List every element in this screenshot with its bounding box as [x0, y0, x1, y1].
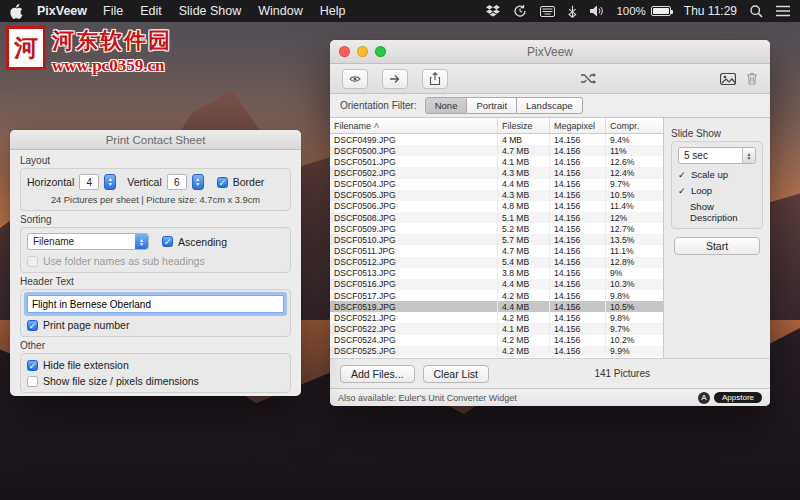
cell-filesize: 4.1 MB — [498, 323, 550, 334]
dropdown-arrows-icon: ▲▼ — [135, 234, 148, 249]
table-row[interactable]: DSCF0522.JPG4.1 MB14.1569.7% — [330, 323, 663, 334]
toolbar-right-group — [720, 69, 758, 89]
battery-status[interactable]: 100% — [616, 5, 670, 17]
table-row[interactable]: DSCF0519.JPG4.4 MB14.15610.5% — [330, 301, 663, 312]
slideshow-option-show-description[interactable]: Show Description — [678, 201, 756, 223]
cell-compression: 11.4% — [606, 201, 663, 212]
cell-megapixel: 14.156 — [550, 312, 606, 323]
cell-filesize: 5.4 MB — [498, 257, 550, 268]
option-label: Show Description — [690, 201, 756, 223]
start-slideshow-button[interactable]: Start — [674, 237, 760, 255]
filter-option-landscape[interactable]: Landscape — [517, 97, 582, 114]
slideshow-option-scale-up[interactable]: Scale up — [678, 169, 756, 180]
sort-ascending-icon: ᐱ — [374, 122, 379, 130]
cell-filesize: 4.4 MB — [498, 301, 550, 312]
table-row[interactable]: DSCF0524.JPG4.2 MB14.15610.2% — [330, 335, 663, 346]
window-titlebar[interactable]: PixVeew — [330, 40, 770, 64]
trash-icon[interactable] — [746, 69, 758, 89]
table-row[interactable]: DSCF0506.JPG4.8 MB14.15611.4% — [330, 201, 663, 212]
cell-filesize: 5.2 MB — [498, 223, 550, 234]
appstore-badge[interactable]: A Appstore — [698, 392, 762, 404]
vertical-stepper[interactable]: ▲▼ — [192, 174, 204, 190]
cell-filename: DSCF0502.JPG — [330, 167, 498, 178]
share-icon[interactable] — [422, 69, 448, 89]
table-row[interactable]: DSCF0500.JPG4.7 MB14.15611% — [330, 145, 663, 156]
table-row[interactable]: DSCF0513.JPG3.8 MB14.1569% — [330, 268, 663, 279]
page-number-checkbox[interactable] — [27, 320, 38, 331]
view-eye-icon[interactable] — [342, 69, 368, 89]
zoom-button[interactable] — [375, 46, 386, 57]
border-label: Border — [233, 176, 265, 188]
ascending-checkbox[interactable] — [162, 236, 173, 247]
menu-window[interactable]: Window — [258, 4, 302, 18]
spotlight-search-icon[interactable] — [750, 5, 763, 18]
dialog-titlebar[interactable]: Print Contact Sheet — [10, 130, 301, 150]
table-row[interactable]: DSCF0510.JPG5.7 MB14.15613.5% — [330, 234, 663, 245]
column-header-compression[interactable]: Compr. — [606, 118, 663, 133]
filter-option-none[interactable]: None — [425, 97, 468, 114]
menu-bar-clock[interactable]: Thu 11:29 — [684, 4, 737, 18]
hide-extension-checkbox[interactable] — [27, 360, 38, 371]
column-header-filesize[interactable]: Filesize — [498, 118, 550, 133]
cell-compression: 12.8% — [606, 257, 663, 268]
apple-menu-icon[interactable] — [10, 4, 23, 19]
slideshow-option-loop[interactable]: Loop — [678, 185, 756, 196]
subheadings-checkbox[interactable] — [27, 256, 38, 267]
header-text-input[interactable] — [27, 295, 284, 313]
time-machine-icon[interactable] — [513, 4, 527, 18]
table-row[interactable]: DSCF0504.JPG4.4 MB14.1569.7% — [330, 179, 663, 190]
menu-help[interactable]: Help — [320, 4, 346, 18]
cell-filesize: 5.1 MB — [498, 212, 550, 223]
other-group-label: Other — [20, 340, 291, 351]
watermark: 河 河东软件园 www.pc0359.cn — [6, 26, 172, 76]
cell-filename: DSCF0505.JPG — [330, 190, 498, 201]
table-row[interactable]: DSCF0512.JPG5.4 MB14.15612.8% — [330, 257, 663, 268]
vertical-label: Vertical — [127, 176, 161, 188]
active-app-name[interactable]: PixVeew — [37, 4, 87, 18]
table-row[interactable]: DSCF0502.JPG4.3 MB14.15612.4% — [330, 167, 663, 178]
cell-filename: DSCF0504.JPG — [330, 179, 498, 190]
preview-image-icon[interactable] — [720, 69, 736, 89]
cell-compression: 9.7% — [606, 323, 663, 334]
cell-megapixel: 14.156 — [550, 156, 606, 167]
table-row[interactable]: DSCF0509.JPG5.2 MB14.15612.7% — [330, 223, 663, 234]
add-files-button[interactable]: Add Files... — [340, 365, 415, 383]
interval-dropdown[interactable]: 5 sec ▲▼ — [678, 147, 756, 164]
show-size-checkbox[interactable] — [27, 376, 38, 387]
menu-slide-show[interactable]: Slide Show — [179, 4, 242, 18]
dropbox-icon[interactable] — [486, 5, 500, 17]
menu-file[interactable]: File — [103, 4, 123, 18]
notification-center-icon[interactable] — [776, 5, 790, 17]
clear-list-button[interactable]: Clear List — [423, 365, 489, 383]
close-button[interactable] — [339, 46, 350, 57]
horizontal-stepper[interactable]: ▲▼ — [104, 174, 116, 190]
shuffle-icon[interactable] — [580, 69, 596, 89]
table-row[interactable]: DSCF0499.JPG4 MB14.1569.4% — [330, 134, 663, 145]
layout-groupbox: Horizontal 4 ▲▼ Vertical 6 ▲▼ Border 24 … — [20, 168, 291, 211]
page-number-label: Print page number — [43, 319, 129, 331]
table-row[interactable]: DSCF0501.JPG4.1 MB14.15612.6% — [330, 156, 663, 167]
minimize-button[interactable] — [357, 46, 368, 57]
table-row[interactable]: DSCF0505.JPG4.3 MB14.15610.5% — [330, 190, 663, 201]
menu-bar-status: 100% Thu 11:29 — [486, 4, 790, 18]
column-header-megapixel[interactable]: Megapixel — [550, 118, 606, 133]
keyboard-brightness-icon[interactable] — [540, 6, 555, 17]
filter-option-portrait[interactable]: Portrait — [467, 97, 517, 114]
bluetooth-icon[interactable] — [568, 5, 577, 18]
table-row[interactable]: DSCF0521.JPG4.2 MB14.1569.8% — [330, 312, 663, 323]
cell-compression: 11% — [606, 145, 663, 156]
table-row[interactable]: DSCF0508.JPG5.1 MB14.15612% — [330, 212, 663, 223]
table-row[interactable]: DSCF0517.JPG4.2 MB14.1569.8% — [330, 290, 663, 301]
border-checkbox[interactable] — [217, 177, 228, 188]
cell-filename: DSCF0519.JPG — [330, 301, 498, 312]
table-row[interactable]: DSCF0525.JPG4.2 MB14.1569.9% — [330, 346, 663, 357]
cell-compression: 10.5% — [606, 301, 663, 312]
column-header-filename[interactable]: Filename ᐱ — [330, 118, 498, 133]
menu-edit[interactable]: Edit — [140, 4, 162, 18]
sort-field-dropdown[interactable]: Filename ▲▼ — [27, 233, 149, 250]
next-arrow-icon[interactable] — [382, 69, 408, 89]
cell-megapixel: 14.156 — [550, 134, 606, 145]
volume-icon[interactable] — [590, 5, 603, 17]
table-row[interactable]: DSCF0511.JPG4.7 MB14.15611.1% — [330, 245, 663, 256]
table-row[interactable]: DSCF0516.JPG4.4 MB14.15610.3% — [330, 279, 663, 290]
